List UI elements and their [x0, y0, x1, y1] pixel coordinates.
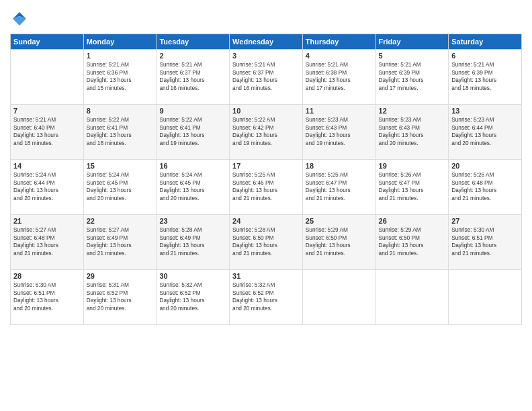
- day-number: 1: [87, 52, 154, 60]
- calendar-cell: 1Sunrise: 5:21 AM Sunset: 6:36 PM Daylig…: [83, 50, 157, 105]
- day-number: 19: [379, 162, 446, 170]
- day-info: Sunrise: 5:30 AM Sunset: 6:51 PM Dayligh…: [13, 281, 81, 312]
- day-info: Sunrise: 5:22 AM Sunset: 6:42 PM Dayligh…: [232, 116, 300, 147]
- day-number: 2: [159, 52, 226, 60]
- day-info: Sunrise: 5:21 AM Sunset: 6:39 PM Dayligh…: [379, 61, 446, 92]
- calendar-cell: 16Sunrise: 5:24 AM Sunset: 6:45 PM Dayli…: [157, 160, 230, 215]
- day-number: 21: [13, 217, 81, 225]
- calendar-cell: 24Sunrise: 5:28 AM Sunset: 6:50 PM Dayli…: [230, 215, 303, 270]
- day-info: Sunrise: 5:26 AM Sunset: 6:47 PM Dayligh…: [379, 171, 446, 202]
- day-number: 17: [232, 162, 300, 170]
- calendar-cell: 25Sunrise: 5:29 AM Sunset: 6:50 PM Dayli…: [302, 215, 375, 270]
- day-number: 10: [232, 107, 300, 115]
- calendar-cell: [449, 270, 522, 325]
- day-info: Sunrise: 5:22 AM Sunset: 6:41 PM Dayligh…: [159, 116, 226, 147]
- day-info: Sunrise: 5:21 AM Sunset: 6:36 PM Dayligh…: [87, 61, 154, 92]
- day-info: Sunrise: 5:21 AM Sunset: 6:38 PM Dayligh…: [306, 61, 373, 92]
- day-number: 30: [159, 272, 226, 280]
- calendar-cell: 5Sunrise: 5:21 AM Sunset: 6:39 PM Daylig…: [375, 50, 449, 105]
- calendar-cell: 23Sunrise: 5:28 AM Sunset: 6:49 PM Dayli…: [157, 215, 230, 270]
- day-info: Sunrise: 5:32 AM Sunset: 6:52 PM Dayligh…: [232, 281, 300, 312]
- day-number: 11: [306, 107, 373, 115]
- day-info: Sunrise: 5:27 AM Sunset: 6:49 PM Dayligh…: [87, 226, 154, 257]
- day-info: Sunrise: 5:30 AM Sunset: 6:51 PM Dayligh…: [451, 226, 519, 257]
- calendar-cell: 15Sunrise: 5:24 AM Sunset: 6:45 PM Dayli…: [83, 160, 157, 215]
- day-info: Sunrise: 5:32 AM Sunset: 6:52 PM Dayligh…: [159, 281, 226, 312]
- day-number: 31: [232, 272, 300, 280]
- day-info: Sunrise: 5:23 AM Sunset: 6:43 PM Dayligh…: [306, 116, 373, 147]
- day-info: Sunrise: 5:24 AM Sunset: 6:44 PM Dayligh…: [13, 171, 81, 202]
- calendar-table: SundayMondayTuesdayWednesdayThursdayFrid…: [10, 34, 522, 325]
- logo-icon: [10, 9, 29, 28]
- day-info: Sunrise: 5:23 AM Sunset: 6:43 PM Dayligh…: [379, 116, 446, 147]
- week-row-4: 21Sunrise: 5:27 AM Sunset: 6:48 PM Dayli…: [11, 215, 522, 270]
- day-info: Sunrise: 5:29 AM Sunset: 6:50 PM Dayligh…: [306, 226, 373, 257]
- day-number: 12: [379, 107, 446, 115]
- header-day-sunday: Sunday: [11, 34, 84, 50]
- header-day-friday: Friday: [375, 34, 449, 50]
- day-number: 3: [232, 52, 300, 60]
- logo: [10, 9, 32, 28]
- day-number: 20: [451, 162, 519, 170]
- calendar-cell: 9Sunrise: 5:22 AM Sunset: 6:41 PM Daylig…: [157, 105, 230, 160]
- calendar-cell: 8Sunrise: 5:22 AM Sunset: 6:41 PM Daylig…: [83, 105, 157, 160]
- day-info: Sunrise: 5:25 AM Sunset: 6:46 PM Dayligh…: [232, 171, 300, 202]
- calendar-cell: 17Sunrise: 5:25 AM Sunset: 6:46 PM Dayli…: [230, 160, 303, 215]
- calendar-cell: 6Sunrise: 5:21 AM Sunset: 6:39 PM Daylig…: [449, 50, 522, 105]
- calendar-cell: [375, 270, 449, 325]
- day-number: 27: [451, 217, 519, 225]
- week-row-3: 14Sunrise: 5:24 AM Sunset: 6:44 PM Dayli…: [11, 160, 522, 215]
- calendar-cell: 22Sunrise: 5:27 AM Sunset: 6:49 PM Dayli…: [83, 215, 157, 270]
- calendar-cell: 18Sunrise: 5:25 AM Sunset: 6:47 PM Dayli…: [302, 160, 375, 215]
- day-number: 5: [379, 52, 446, 60]
- calendar-cell: [302, 270, 375, 325]
- day-number: 22: [87, 217, 154, 225]
- day-number: 13: [451, 107, 519, 115]
- day-info: Sunrise: 5:21 AM Sunset: 6:37 PM Dayligh…: [232, 61, 300, 92]
- day-number: 8: [87, 107, 154, 115]
- calendar-cell: 12Sunrise: 5:23 AM Sunset: 6:43 PM Dayli…: [375, 105, 449, 160]
- day-info: Sunrise: 5:21 AM Sunset: 6:37 PM Dayligh…: [159, 61, 226, 92]
- calendar-cell: 31Sunrise: 5:32 AM Sunset: 6:52 PM Dayli…: [230, 270, 303, 325]
- calendar-cell: 27Sunrise: 5:30 AM Sunset: 6:51 PM Dayli…: [449, 215, 522, 270]
- calendar-cell: 26Sunrise: 5:29 AM Sunset: 6:50 PM Dayli…: [375, 215, 449, 270]
- day-info: Sunrise: 5:24 AM Sunset: 6:45 PM Dayligh…: [87, 171, 154, 202]
- day-number: 7: [13, 107, 81, 115]
- day-info: Sunrise: 5:21 AM Sunset: 6:39 PM Dayligh…: [451, 61, 519, 92]
- header-row: SundayMondayTuesdayWednesdayThursdayFrid…: [11, 34, 522, 50]
- week-row-1: 1Sunrise: 5:21 AM Sunset: 6:36 PM Daylig…: [11, 50, 522, 105]
- day-number: 28: [13, 272, 81, 280]
- calendar-cell: 30Sunrise: 5:32 AM Sunset: 6:52 PM Dayli…: [157, 270, 230, 325]
- day-number: 26: [379, 217, 446, 225]
- calendar-cell: 2Sunrise: 5:21 AM Sunset: 6:37 PM Daylig…: [157, 50, 230, 105]
- day-number: 23: [159, 217, 226, 225]
- calendar-cell: 13Sunrise: 5:23 AM Sunset: 6:44 PM Dayli…: [449, 105, 522, 160]
- calendar-cell: 3Sunrise: 5:21 AM Sunset: 6:37 PM Daylig…: [230, 50, 303, 105]
- calendar-cell: 14Sunrise: 5:24 AM Sunset: 6:44 PM Dayli…: [11, 160, 84, 215]
- header: [10, 7, 522, 28]
- day-number: 24: [232, 217, 300, 225]
- calendar-cell: 7Sunrise: 5:21 AM Sunset: 6:40 PM Daylig…: [11, 105, 84, 160]
- calendar-cell: 28Sunrise: 5:30 AM Sunset: 6:51 PM Dayli…: [11, 270, 84, 325]
- day-info: Sunrise: 5:31 AM Sunset: 6:52 PM Dayligh…: [87, 281, 154, 312]
- day-number: 15: [87, 162, 154, 170]
- day-info: Sunrise: 5:21 AM Sunset: 6:40 PM Dayligh…: [13, 116, 81, 147]
- day-info: Sunrise: 5:24 AM Sunset: 6:45 PM Dayligh…: [159, 171, 226, 202]
- day-number: 4: [306, 52, 373, 60]
- calendar-cell: 21Sunrise: 5:27 AM Sunset: 6:48 PM Dayli…: [11, 215, 84, 270]
- calendar-cell: 20Sunrise: 5:26 AM Sunset: 6:48 PM Dayli…: [449, 160, 522, 215]
- day-info: Sunrise: 5:28 AM Sunset: 6:49 PM Dayligh…: [159, 226, 226, 257]
- calendar-cell: 19Sunrise: 5:26 AM Sunset: 6:47 PM Dayli…: [375, 160, 449, 215]
- header-day-tuesday: Tuesday: [157, 34, 230, 50]
- header-day-thursday: Thursday: [302, 34, 375, 50]
- day-number: 18: [306, 162, 373, 170]
- day-info: Sunrise: 5:29 AM Sunset: 6:50 PM Dayligh…: [379, 226, 446, 257]
- header-day-saturday: Saturday: [449, 34, 522, 50]
- header-day-monday: Monday: [83, 34, 157, 50]
- calendar-cell: 4Sunrise: 5:21 AM Sunset: 6:38 PM Daylig…: [302, 50, 375, 105]
- day-number: 25: [306, 217, 373, 225]
- day-info: Sunrise: 5:22 AM Sunset: 6:41 PM Dayligh…: [87, 116, 154, 147]
- day-info: Sunrise: 5:27 AM Sunset: 6:48 PM Dayligh…: [13, 226, 81, 257]
- calendar-cell: [11, 50, 84, 105]
- day-number: 6: [451, 52, 519, 60]
